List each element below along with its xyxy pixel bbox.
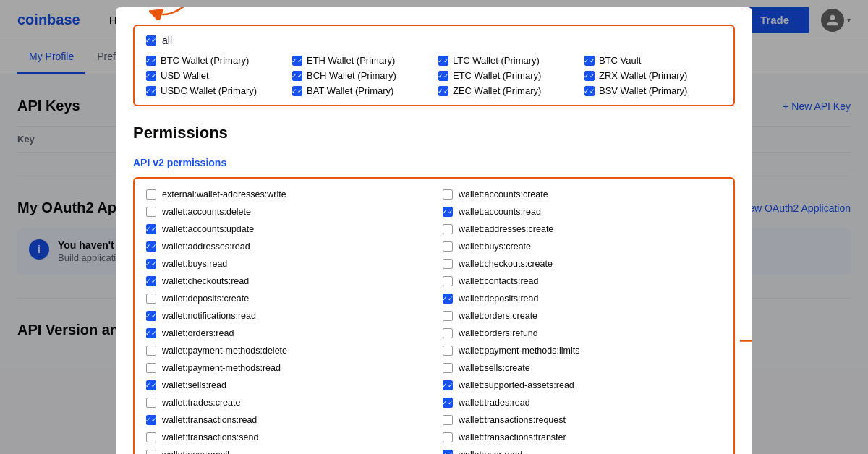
perm-checkbox[interactable]: ✓ [146,259,156,269]
wallet-item[interactable]: ✓ZEC Wallet (Primary) [438,85,576,96]
api-v2-label: API v2 permissions [133,157,735,168]
wallet-checkbox[interactable]: ✓ [438,71,448,81]
perm-label: wallet:contacts:read [459,276,538,286]
perm-checkbox[interactable]: ✓ [146,328,156,338]
perm-label: wallet:orders:refund [459,328,538,338]
wallet-label: LTC Wallet (Primary) [453,55,540,66]
wallet-item[interactable]: ✓BAT Wallet (Primary) [292,85,430,96]
wallet-item[interactable]: ✓LTC Wallet (Primary) [438,55,576,66]
perm-item-right[interactable]: ✓wallet:deposits:read [443,291,722,306]
all-checkbox-row[interactable]: ✓ all [146,35,722,46]
perm-checkbox[interactable]: ✓ [443,207,453,217]
perm-checkbox[interactable] [146,346,156,356]
all-checkbox[interactable]: ✓ [146,35,156,46]
perm-item-right[interactable]: wallet:payment-methods:limits [443,343,722,358]
perm-item-left[interactable]: external:wallet-addresses:write [146,187,425,202]
wallet-checkbox[interactable]: ✓ [146,56,156,66]
perm-item-left[interactable]: wallet:deposits:create [146,291,425,306]
perm-label: wallet:accounts:delete [162,207,251,217]
wallet-label: BSV Wallet (Primary) [599,85,687,96]
perm-checkbox[interactable] [146,294,156,304]
modal: ✓ all ✓BTC Wallet (Primary)✓ETH Wallet (… [116,7,752,361]
perm-checkbox[interactable]: ✓ [146,224,156,234]
all-label: all [162,35,172,46]
perm-item-left[interactable]: ✓wallet:notifications:read [146,309,425,323]
wallet-checkbox[interactable]: ✓ [584,71,595,81]
perm-item-left[interactable]: ✓wallet:addresses:read [146,239,425,254]
wallet-label: ZEC Wallet (Primary) [453,85,541,96]
wallet-item[interactable]: ✓BTC Vault [584,55,722,66]
perm-label: external:wallet-addresses:write [162,189,286,200]
perm-item-left[interactable]: ✓wallet:checkouts:read [146,274,425,288]
perm-checkbox[interactable]: ✓ [443,294,453,304]
perms-container: external:wallet-addresses:writewallet:ac… [133,177,735,361]
wallet-checkbox[interactable]: ✓ [438,56,448,66]
perm-label: wallet:accounts:read [459,207,541,217]
wallet-item[interactable]: ✓ZRX Wallet (Primary) [584,70,722,81]
perm-item-right[interactable]: wallet:buys:create [443,239,722,254]
side-arrow-annotation [736,330,752,354]
wallets-grid: ✓BTC Wallet (Primary)✓ETH Wallet (Primar… [146,55,722,96]
perm-item-right[interactable]: wallet:sells:create [443,361,722,361]
wallet-label: BTC Vault [599,55,641,66]
perm-label: wallet:deposits:create [162,294,249,304]
perm-checkbox[interactable] [443,346,453,356]
wallet-item[interactable]: ✓BCH Wallet (Primary) [292,70,430,81]
perm-label: wallet:payment-methods:limits [459,346,579,356]
wallet-checkbox[interactable]: ✓ [584,86,595,96]
perms-box: external:wallet-addresses:writewallet:ac… [133,177,735,361]
perm-item-right[interactable]: wallet:addresses:create [443,222,722,236]
perm-checkbox[interactable] [443,241,453,252]
perm-checkbox[interactable] [146,207,156,217]
all-arrow-annotation [149,7,192,20]
wallet-label: ETH Wallet (Primary) [307,55,395,66]
perm-item-right[interactable]: wallet:contacts:read [443,274,722,288]
wallet-item[interactable]: ✓BSV Wallet (Primary) [584,85,722,96]
wallet-checkbox[interactable]: ✓ [292,71,302,81]
perm-item-left[interactable]: ✓wallet:buys:read [146,257,425,271]
perm-item-left[interactable]: ✓wallet:accounts:update [146,222,425,236]
perm-checkbox[interactable]: ✓ [146,241,156,252]
wallet-checkbox[interactable]: ✓ [146,71,156,81]
perm-checkbox[interactable] [443,276,453,286]
wallet-label: USD Wallet [161,70,209,81]
wallet-checkbox[interactable]: ✓ [292,56,302,66]
wallet-checkbox[interactable]: ✓ [584,56,595,66]
perm-item-left[interactable]: wallet:accounts:delete [146,205,425,219]
perm-item-right[interactable]: wallet:checkouts:create [443,257,722,271]
wallet-item[interactable]: ✓BTC Wallet (Primary) [146,55,284,66]
wallet-label: ZRX Wallet (Primary) [599,70,687,81]
perm-item-left[interactable]: ✓wallet:orders:read [146,326,425,340]
perm-checkbox[interactable] [443,224,453,234]
perm-item-right[interactable]: wallet:orders:refund [443,326,722,340]
wallet-item[interactable]: ✓USD Wallet [146,70,284,81]
perm-item-right[interactable]: wallet:accounts:create [443,187,722,202]
wallet-checkbox[interactable]: ✓ [146,86,156,96]
perm-item-left[interactable]: wallet:payment-methods:delete [146,343,425,358]
perm-checkbox[interactable] [443,259,453,269]
perm-label: wallet:addresses:read [162,241,250,252]
wallet-item[interactable]: ✓USDC Wallet (Primary) [146,85,284,96]
wallet-item[interactable]: ✓ETC Wallet (Primary) [438,70,576,81]
wallet-item[interactable]: ✓ETH Wallet (Primary) [292,55,430,66]
perm-label: wallet:notifications:read [162,311,256,321]
wallet-checkbox[interactable]: ✓ [292,86,302,96]
wallet-filter-box: ✓ all ✓BTC Wallet (Primary)✓ETH Wallet (… [133,25,735,106]
wallet-checkbox[interactable]: ✓ [438,86,448,96]
perm-checkbox[interactable] [443,311,453,321]
perm-item-left[interactable]: wallet:payment-methods:read [146,361,425,361]
perm-item-right[interactable]: wallet:orders:create [443,309,722,323]
perm-checkbox[interactable]: ✓ [146,276,156,286]
wallet-label: ETC Wallet (Primary) [453,70,541,81]
perm-item-right[interactable]: ✓wallet:accounts:read [443,205,722,219]
perm-label: wallet:buys:create [459,241,531,252]
modal-overlay[interactable]: ✓ all ✓BTC Wallet (Primary)✓ETH Wallet (… [0,0,868,361]
perm-label: wallet:deposits:read [459,294,538,304]
perm-label: wallet:addresses:create [459,224,553,234]
perm-checkbox[interactable] [146,189,156,200]
wallet-label: BTC Wallet (Primary) [161,55,249,66]
perm-checkbox[interactable] [443,328,453,338]
wallet-label: BCH Wallet (Primary) [307,70,396,81]
perm-checkbox[interactable] [443,189,453,200]
perm-checkbox[interactable]: ✓ [146,311,156,321]
